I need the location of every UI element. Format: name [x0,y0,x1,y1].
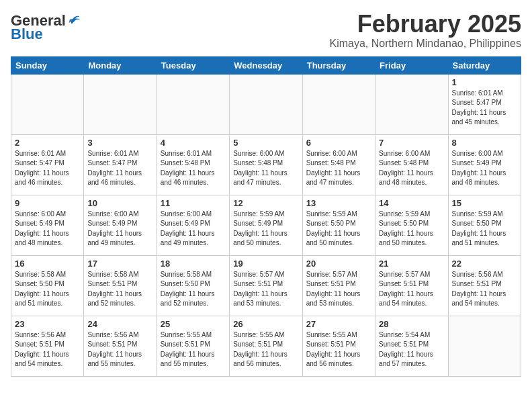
calendar-cell: 16Sunrise: 5:58 AM Sunset: 5:50 PM Dayli… [11,255,84,316]
calendar-cell: 8Sunrise: 6:00 AM Sunset: 5:49 PM Daylig… [448,134,521,195]
calendar-cell: 25Sunrise: 5:55 AM Sunset: 5:51 PM Dayli… [157,316,229,376]
day-number: 14 [379,198,444,208]
calendar-cell [448,316,521,376]
calendar-cell: 4Sunrise: 6:01 AM Sunset: 5:48 PM Daylig… [157,134,229,195]
day-number: 11 [161,198,226,208]
day-number: 13 [306,198,371,208]
calendar-cell: 22Sunrise: 5:56 AM Sunset: 5:51 PM Dayli… [448,255,521,316]
day-number: 8 [452,138,517,148]
day-info: Sunrise: 5:56 AM Sunset: 5:51 PM Dayligh… [87,330,152,369]
calendar-cell: 18Sunrise: 5:58 AM Sunset: 5:50 PM Dayli… [157,255,229,316]
calendar-cell: 6Sunrise: 6:00 AM Sunset: 5:48 PM Daylig… [302,134,375,195]
day-info: Sunrise: 6:00 AM Sunset: 5:48 PM Dayligh… [306,149,371,188]
logo-bird-icon [67,14,81,28]
day-info: Sunrise: 6:01 AM Sunset: 5:47 PM Dayligh… [15,149,80,188]
day-header-sunday: Sunday [11,56,84,74]
calendar-cell: 26Sunrise: 5:55 AM Sunset: 5:51 PM Dayli… [230,316,302,376]
day-info: Sunrise: 6:00 AM Sunset: 5:49 PM Dayligh… [15,210,80,248]
day-info: Sunrise: 6:00 AM Sunset: 5:49 PM Dayligh… [161,210,226,248]
calendar-cell: 9Sunrise: 6:00 AM Sunset: 5:49 PM Daylig… [11,195,84,255]
day-info: Sunrise: 6:00 AM Sunset: 5:49 PM Dayligh… [452,149,517,188]
day-info: Sunrise: 5:59 AM Sunset: 5:50 PM Dayligh… [379,210,444,248]
calendar-cell: 12Sunrise: 5:59 AM Sunset: 5:49 PM Dayli… [230,195,302,255]
day-number: 28 [379,319,444,329]
day-header-wednesday: Wednesday [230,56,302,74]
day-number: 2 [15,138,80,148]
calendar-cell: 14Sunrise: 5:59 AM Sunset: 5:50 PM Dayli… [375,195,448,255]
day-number: 6 [306,138,371,148]
calendar-cell: 21Sunrise: 5:57 AM Sunset: 5:51 PM Dayli… [375,255,448,316]
day-header-thursday: Thursday [302,56,375,74]
day-number: 9 [15,198,80,208]
calendar-cell: 7Sunrise: 6:00 AM Sunset: 5:48 PM Daylig… [375,134,448,195]
day-number: 19 [233,259,298,269]
day-header-saturday: Saturday [448,56,521,74]
week-row-2: 2Sunrise: 6:01 AM Sunset: 5:47 PM Daylig… [11,134,521,195]
day-info: Sunrise: 5:59 AM Sunset: 5:50 PM Dayligh… [306,210,371,248]
day-number: 22 [452,259,517,269]
logo-blue-text: Blue [11,26,43,43]
day-number: 10 [87,198,152,208]
calendar-cell [302,74,375,134]
day-info: Sunrise: 6:01 AM Sunset: 5:47 PM Dayligh… [452,89,517,128]
day-info: Sunrise: 5:57 AM Sunset: 5:51 PM Dayligh… [306,270,371,309]
day-number: 23 [15,319,80,329]
calendar-cell: 15Sunrise: 5:59 AM Sunset: 5:50 PM Dayli… [448,195,521,255]
calendar-cell: 20Sunrise: 5:57 AM Sunset: 5:51 PM Dayli… [302,255,375,316]
day-number: 20 [306,259,371,269]
day-number: 15 [452,198,517,208]
day-info: Sunrise: 6:00 AM Sunset: 5:49 PM Dayligh… [87,210,152,248]
calendar-cell: 5Sunrise: 6:00 AM Sunset: 5:48 PM Daylig… [230,134,302,195]
calendar-cell: 10Sunrise: 6:00 AM Sunset: 5:49 PM Dayli… [84,195,157,255]
calendar-cell: 1Sunrise: 6:01 AM Sunset: 5:47 PM Daylig… [448,74,521,134]
calendar-cell: 11Sunrise: 6:00 AM Sunset: 5:49 PM Dayli… [157,195,229,255]
day-number: 25 [161,319,226,329]
calendar-table: SundayMondayTuesdayWednesdayThursdayFrid… [11,56,521,377]
week-row-4: 16Sunrise: 5:58 AM Sunset: 5:50 PM Dayli… [11,255,521,316]
calendar-cell: 28Sunrise: 5:54 AM Sunset: 5:51 PM Dayli… [375,316,448,376]
day-number: 18 [161,259,226,269]
logo: General Blue [11,13,81,43]
day-info: Sunrise: 5:56 AM Sunset: 5:51 PM Dayligh… [15,330,80,369]
day-info: Sunrise: 5:55 AM Sunset: 5:51 PM Dayligh… [233,330,298,369]
day-number: 16 [15,259,80,269]
calendar-cell: 27Sunrise: 5:55 AM Sunset: 5:51 PM Dayli… [302,316,375,376]
calendar-cell [11,74,84,134]
day-number: 4 [161,138,226,148]
day-info: Sunrise: 5:58 AM Sunset: 5:51 PM Dayligh… [87,270,152,309]
day-info: Sunrise: 5:55 AM Sunset: 5:51 PM Dayligh… [161,330,226,369]
day-info: Sunrise: 5:56 AM Sunset: 5:51 PM Dayligh… [452,270,517,309]
calendar-cell [157,74,229,134]
week-row-1: 1Sunrise: 6:01 AM Sunset: 5:47 PM Daylig… [11,74,521,134]
day-header-tuesday: Tuesday [157,56,229,74]
day-info: Sunrise: 5:58 AM Sunset: 5:50 PM Dayligh… [161,270,226,309]
week-row-3: 9Sunrise: 6:00 AM Sunset: 5:49 PM Daylig… [11,195,521,255]
day-number: 27 [306,319,371,329]
day-info: Sunrise: 5:59 AM Sunset: 5:49 PM Dayligh… [233,210,298,248]
day-info: Sunrise: 5:58 AM Sunset: 5:50 PM Dayligh… [15,270,80,309]
calendar-cell: 23Sunrise: 5:56 AM Sunset: 5:51 PM Dayli… [11,316,84,376]
day-number: 17 [87,259,152,269]
month-year-title: February 2025 [330,11,521,38]
title-block: February 2025 Kimaya, Northern Mindanao,… [330,11,521,50]
day-info: Sunrise: 5:59 AM Sunset: 5:50 PM Dayligh… [452,210,517,248]
week-row-5: 23Sunrise: 5:56 AM Sunset: 5:51 PM Dayli… [11,316,521,376]
calendar-cell: 17Sunrise: 5:58 AM Sunset: 5:51 PM Dayli… [84,255,157,316]
day-info: Sunrise: 5:55 AM Sunset: 5:51 PM Dayligh… [306,330,371,369]
day-info: Sunrise: 5:57 AM Sunset: 5:51 PM Dayligh… [379,270,444,309]
day-number: 3 [87,138,152,148]
day-number: 26 [233,319,298,329]
day-header-friday: Friday [375,56,448,74]
calendar-header-row: SundayMondayTuesdayWednesdayThursdayFrid… [11,56,521,74]
calendar-cell: 19Sunrise: 5:57 AM Sunset: 5:51 PM Dayli… [230,255,302,316]
calendar-cell [375,74,448,134]
day-number: 5 [233,138,298,148]
page-header: General Blue February 2025 Kimaya, North… [11,11,521,50]
day-header-monday: Monday [84,56,157,74]
day-number: 1 [452,77,517,87]
day-info: Sunrise: 5:57 AM Sunset: 5:51 PM Dayligh… [233,270,298,309]
calendar-cell: 24Sunrise: 5:56 AM Sunset: 5:51 PM Dayli… [84,316,157,376]
day-info: Sunrise: 6:01 AM Sunset: 5:47 PM Dayligh… [87,149,152,188]
calendar-cell [84,74,157,134]
day-number: 7 [379,138,444,148]
